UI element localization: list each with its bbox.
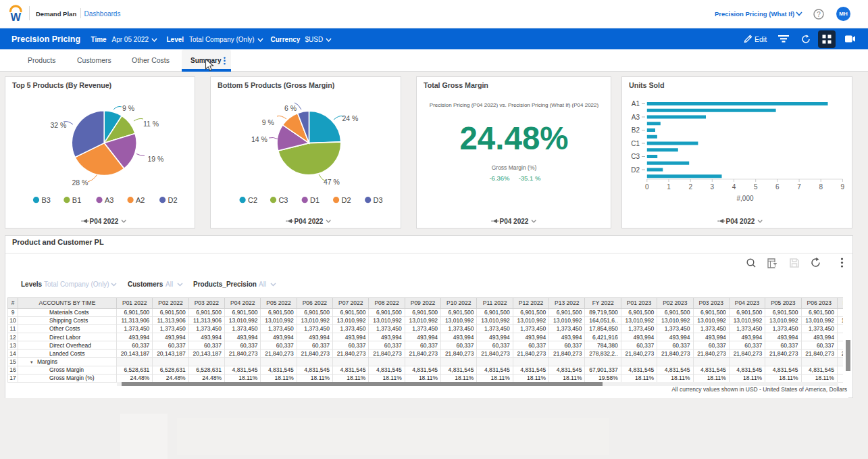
- svg-text:7: 7: [797, 183, 801, 191]
- svg-text:B3: B3: [41, 196, 50, 204]
- svg-text:3: 3: [711, 183, 715, 191]
- svg-text:9 %: 9 %: [262, 118, 274, 126]
- svg-text:24.48%: 24.48%: [459, 120, 568, 156]
- svg-text:5: 5: [754, 183, 758, 191]
- svg-text:P04 2022: P04 2022: [90, 218, 119, 225]
- svg-text:C3: C3: [631, 153, 640, 160]
- svg-text:Top 5 Products (By Revenue): Top 5 Products (By Revenue): [12, 81, 112, 89]
- svg-text:14 %: 14 %: [251, 135, 267, 143]
- svg-text:24 %: 24 %: [342, 114, 358, 122]
- svg-text:1: 1: [667, 183, 671, 191]
- svg-text:P04 2022: P04 2022: [726, 218, 755, 225]
- svg-text:19 %: 19 %: [148, 155, 164, 163]
- svg-text:Bottom 5 Products (Gross Margi: Bottom 5 Products (Gross Margin): [218, 81, 335, 89]
- svg-text:Precision Pricing (P04 2022) v: Precision Pricing (P04 2022) vs. Precisi…: [430, 102, 599, 108]
- svg-text:47 %: 47 %: [324, 178, 340, 186]
- svg-text:32 %: 32 %: [51, 121, 67, 129]
- svg-text:9 %: 9 %: [122, 104, 134, 112]
- svg-text:C2: C2: [248, 196, 257, 204]
- svg-text:A3: A3: [632, 114, 640, 121]
- svg-text:C3: C3: [278, 196, 288, 204]
- svg-text:11 %: 11 %: [143, 120, 159, 128]
- svg-text:#,000: #,000: [736, 195, 753, 202]
- svg-text:B2: B2: [632, 126, 640, 134]
- svg-text:-6.36%: -6.36%: [489, 174, 510, 182]
- svg-text:D2: D2: [168, 196, 178, 204]
- svg-text:28 %: 28 %: [72, 178, 88, 187]
- svg-text:4: 4: [732, 183, 736, 191]
- svg-text:6: 6: [775, 183, 780, 191]
- svg-text:?: ?: [817, 11, 821, 18]
- svg-text:B1: B1: [72, 196, 81, 204]
- svg-text:P04 2022: P04 2022: [295, 218, 324, 225]
- svg-text:P04 2022: P04 2022: [500, 218, 529, 225]
- svg-text:A2: A2: [136, 196, 145, 204]
- svg-text:8: 8: [819, 183, 823, 191]
- svg-text:0: 0: [645, 183, 649, 191]
- svg-text:Units Sold: Units Sold: [629, 81, 664, 89]
- svg-text:6 %: 6 %: [284, 104, 297, 112]
- svg-text:D2: D2: [342, 196, 351, 204]
- svg-text:C1: C1: [631, 140, 640, 147]
- svg-text:D2: D2: [631, 166, 640, 174]
- svg-text:A3: A3: [105, 196, 113, 204]
- svg-text:D3: D3: [374, 196, 383, 204]
- svg-text:-35.1 %: -35.1 %: [519, 174, 541, 182]
- svg-text:Gross Margin (%): Gross Margin (%): [492, 164, 537, 171]
- svg-text:D1: D1: [310, 196, 320, 204]
- svg-text:2: 2: [688, 183, 692, 191]
- svg-text:W: W: [10, 11, 21, 23]
- svg-text:Total Gross Margin: Total Gross Margin: [424, 81, 488, 89]
- svg-text:9: 9: [841, 183, 845, 191]
- svg-text:A1: A1: [632, 100, 640, 107]
